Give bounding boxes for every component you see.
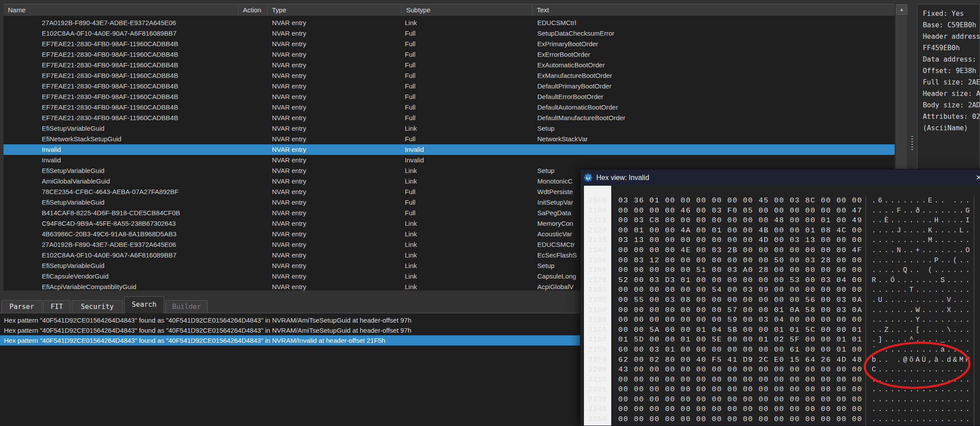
tab-parser[interactable]: Parser (1, 300, 42, 313)
tree-cell-name: EfiSetupVariableGuid (42, 261, 104, 271)
close-icon[interactable]: ✕ (974, 173, 980, 183)
tree-row[interactable]: EfiNetworkStackSetupGuidNVAR entryFullNe… (4, 134, 895, 144)
tree-cell-type: NVAR entry (272, 197, 306, 208)
hex-row[interactable]: 213003 13 00 00 00 00 00 00 00 4D 00 03 … (584, 235, 980, 246)
scrollbar-up-button[interactable]: ▲ (896, 4, 907, 15)
column-header-action[interactable]: Action (239, 4, 268, 16)
column-header-subtype[interactable]: Subtype (402, 4, 532, 16)
hex-row[interactable]: 21E060 00 03 01 00 00 00 00 00 00 00 61 … (584, 345, 980, 355)
tree-row[interactable]: InvalidNVAR entryInvalid (4, 155, 895, 165)
tree-row[interactable]: 27A0192B-F890-43E7-ADBE-E9372A645E06NVAR… (4, 18, 895, 28)
hex-view-title: Hex view: Invalid (596, 174, 649, 182)
tree-cell-text: AcpiGlobalV (537, 282, 574, 290)
tree-cell-text: ExAutomaticBootOrder (537, 60, 605, 70)
tree-row[interactable]: EF7EAE21-2830-4FB0-98AF-11960CADBB4BNVAR… (4, 70, 895, 81)
tree-row[interactable]: EF7EAE21-2830-4FB0-98AF-11960CADBB4BNVAR… (4, 49, 895, 60)
hex-row[interactable]: 20F003 36 01 00 00 00 00 00 00 45 00 03 … (584, 196, 980, 206)
hex-row[interactable]: 211000 03 C8 00 00 00 00 00 00 00 48 00 … (584, 216, 980, 226)
hex-row[interactable]: 216000 00 00 00 00 51 00 03 A0 28 00 00 … (584, 265, 980, 275)
tree-cell-name: EF7EAE21-2830-4FB0-98AF-11960CADBB4B (42, 70, 178, 81)
hex-ascii: ..È.......H....I (866, 216, 974, 226)
hex-ascii: .6.......E.. ... (866, 196, 974, 206)
column-header-type[interactable]: Type (268, 4, 402, 16)
tree-row[interactable]: EF7EAE21-2830-4FB0-98AF-11960CADBB4BNVAR… (4, 102, 895, 113)
tree-cell-subtype: Full (405, 187, 415, 197)
hex-bytes: 00 03 12 00 00 00 00 00 00 00 50 00 03 2… (618, 256, 864, 266)
hex-bytes: 00 55 00 03 08 00 00 00 00 00 00 00 56 0… (618, 295, 864, 305)
tree-cell-text: DefaultErrorBootOrder (537, 92, 603, 102)
hex-row[interactable]: 21F062 00 02 80 00 40 F5 41 D9 2C E0 15 … (584, 355, 980, 365)
tab-builder: Builder (165, 300, 208, 313)
hex-bytes: 00 00 00 00 00 00 00 00 00 00 00 00 00 0… (618, 395, 864, 405)
hex-view-titlebar[interactable]: Hex view: Invalid ✕ (580, 169, 980, 186)
tab-search[interactable]: Search (124, 296, 164, 313)
tab-fit[interactable]: FIT (43, 300, 70, 313)
hex-address: 2170 (584, 275, 611, 286)
hex-ascii: ....F..ð.......G (866, 206, 974, 216)
tree-cell-subtype: Full (405, 60, 415, 70)
hex-row[interactable]: 215000 03 12 00 00 00 00 00 00 00 50 00 … (584, 256, 980, 266)
hex-row[interactable]: 220043 00 00 00 00 00 00 00 00 00 00 00 … (584, 365, 980, 375)
tab-security[interactable]: Security (72, 300, 123, 313)
hex-row[interactable]: 223000 00 00 00 00 00 00 00 00 00 00 00 … (584, 395, 980, 405)
hex-ascii: .......Y........ (866, 315, 974, 325)
hex-dump[interactable]: 20F003 36 01 00 00 00 00 00 00 45 00 03 … (584, 196, 980, 426)
hex-bytes: 00 01 00 00 4A 00 01 00 00 4B 00 00 01 0… (618, 226, 864, 236)
tree-row[interactable]: EF7EAE21-2830-4FB0-98AF-11960CADBB4BNVAR… (4, 60, 895, 70)
hex-ascii: ................ (866, 375, 974, 385)
hex-ascii: ................ (866, 404, 974, 415)
hex-row[interactable]: 219000 55 00 03 08 00 00 00 00 00 00 00 … (584, 295, 980, 305)
tree-row[interactable]: EF7EAE21-2830-4FB0-98AF-11960CADBB4BNVAR… (4, 113, 895, 123)
tree-cell-type: NVAR entry (272, 81, 306, 92)
tree-cell-name: Invalid (42, 144, 61, 155)
hex-ascii: ................ (866, 415, 974, 425)
tree-cell-text: Setup (537, 261, 554, 271)
tree-cell-subtype: Link (405, 229, 417, 239)
hex-bytes: 00 00 00 00 00 00 00 00 00 00 00 00 00 0… (618, 404, 864, 415)
hex-row[interactable]: 21D001 5D 00 00 01 00 5E 00 00 01 02 5F … (584, 335, 980, 345)
info-line: Fixed: Yes (923, 8, 980, 19)
tree-cell-type: NVAR entry (272, 187, 306, 197)
hex-row[interactable]: 217052 00 03 D3 01 00 00 00 00 00 00 53 … (584, 275, 980, 286)
hex-row[interactable]: 222000 00 00 00 00 00 00 00 00 00 00 00 … (584, 385, 980, 395)
hex-address: 2190 (584, 295, 611, 305)
tree-cell-name: EF7EAE21-2830-4FB0-98AF-11960CADBB4B (42, 113, 178, 123)
hex-row[interactable]: 212000 01 00 00 4A 00 01 00 00 4B 00 00 … (584, 226, 980, 236)
column-header-text[interactable]: Text (532, 4, 895, 16)
tree-cell-type: NVAR entry (272, 271, 306, 282)
tree-cell-type: NVAR entry (272, 176, 306, 187)
hex-ascii: R..Ó.......S.... (866, 275, 974, 286)
tree-row[interactable]: EfiSetupVariableGuidNVAR entryLinkSetup (4, 123, 895, 134)
hex-bytes: 00 00 00 00 00 00 00 00 00 00 00 00 00 0… (618, 385, 864, 395)
hex-row[interactable]: 21A000 00 00 00 00 00 00 57 00 00 01 0A … (584, 305, 980, 316)
tree-row[interactable]: EF7EAE21-2830-4FB0-98AF-11960CADBB4BNVAR… (4, 39, 895, 49)
tree-cell-subtype: Full (405, 28, 415, 39)
hex-ascii: .........M...... (866, 235, 974, 246)
hex-row[interactable]: 225000 00 00 00 00 00 00 00 00 00 00 00 … (584, 415, 980, 425)
hex-row[interactable]: 214000 00 00 00 4E 00 03 2B 00 00 00 00 … (584, 246, 980, 256)
hex-address: 2130 (584, 235, 611, 246)
hex-address: 21A0 (584, 305, 611, 316)
info-line: Full size: 2AE (923, 77, 980, 88)
hex-row[interactable]: 21B000 00 00 00 00 00 00 59 00 03 04 00 … (584, 315, 980, 325)
hex-row[interactable]: 21C000 00 5A 00 00 01 04 5B 00 00 01 01 … (584, 325, 980, 335)
tree-cell-subtype: Full (405, 70, 415, 81)
hex-row[interactable]: 224000 00 00 00 00 00 00 00 00 00 00 00 … (584, 404, 980, 415)
column-header-name[interactable]: Name (4, 4, 239, 16)
hex-row[interactable]: 210000 00 00 00 46 00 03 F0 05 00 00 00 … (584, 206, 980, 216)
tree-cell-subtype: Invalid (405, 144, 424, 155)
tree-cell-subtype: Link (405, 271, 417, 282)
hex-row[interactable]: 226000 00 00 00 00 00 00 00 00 00 00 00 … (584, 425, 980, 426)
hex-row[interactable]: 221000 00 00 00 00 00 00 00 00 00 00 00 … (584, 375, 980, 385)
hex-address: 2180 (584, 285, 611, 295)
tree-row[interactable]: EF7EAE21-2830-4FB0-98AF-11960CADBB4BNVAR… (4, 92, 895, 102)
hex-row[interactable]: 218000 00 00 00 00 00 54 00 03 09 00 00 … (584, 285, 980, 295)
tree-cell-subtype: Link (405, 176, 417, 187)
tree-row[interactable]: EF7EAE21-2830-4FB0-98AF-11960CADBB4BNVAR… (4, 81, 895, 92)
tree-row[interactable]: InvalidNVAR entryInvalid (4, 144, 895, 155)
hex-address: 20F0 (584, 196, 611, 206)
tree-row[interactable]: E102C8AA-0F10-4A0E-90A7-A6F816089BB7NVAR… (4, 28, 895, 39)
tree-cell-subtype: Full (405, 92, 415, 102)
tree-cell-name: EF7EAE21-2830-4FB0-98AF-11960CADBB4B (42, 81, 178, 92)
tree-cell-text: InitSetupVar (537, 197, 573, 208)
